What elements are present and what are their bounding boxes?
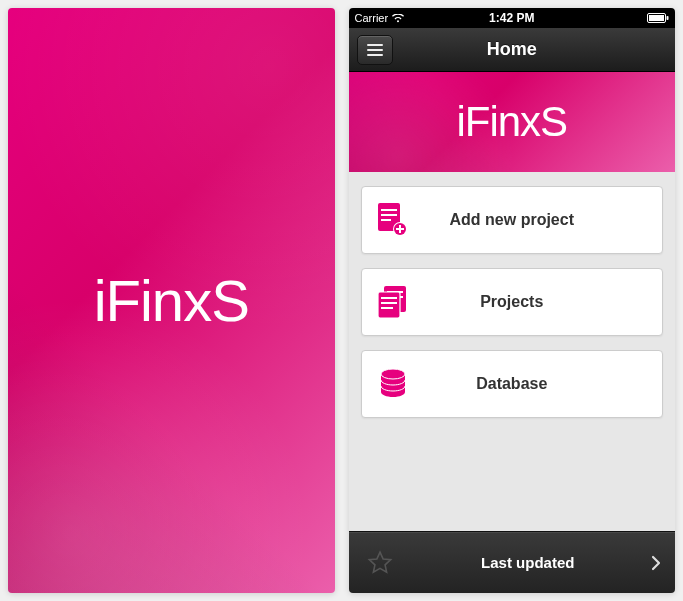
documents-icon — [362, 286, 424, 318]
svg-rect-6 — [381, 219, 391, 221]
menu-list: Add new project Projects — [349, 172, 676, 531]
menu-item-database[interactable]: Database — [361, 350, 664, 418]
star-icon — [349, 550, 411, 576]
menu-item-label: Add new project — [424, 211, 663, 229]
wifi-icon — [392, 14, 404, 23]
nav-bar: Home — [349, 28, 676, 72]
svg-rect-10 — [396, 228, 404, 230]
hamburger-icon — [367, 44, 383, 46]
page-title: Home — [487, 39, 537, 60]
svg-rect-15 — [378, 292, 400, 318]
clock: 1:42 PM — [489, 11, 534, 25]
brand-banner: iFinxS — [349, 72, 676, 172]
svg-rect-18 — [381, 307, 393, 309]
chevron-right-icon — [651, 555, 661, 571]
svg-rect-16 — [381, 297, 397, 299]
menu-button[interactable] — [357, 35, 393, 65]
banner-brand: iFinxS — [456, 98, 567, 146]
svg-rect-2 — [667, 16, 669, 20]
menu-item-label: Database — [424, 375, 663, 393]
svg-rect-1 — [649, 15, 664, 21]
svg-rect-5 — [381, 214, 397, 216]
database-icon — [362, 369, 424, 399]
battery-icon — [647, 13, 669, 23]
carrier-label: Carrier — [355, 12, 389, 24]
svg-rect-4 — [381, 209, 397, 211]
status-bar: Carrier 1:42 PM — [349, 8, 676, 28]
document-plus-icon — [362, 203, 424, 237]
home-screen: Carrier 1:42 PM Home iFinxS — [349, 8, 676, 593]
splash-screen: iFinxS — [8, 8, 335, 593]
menu-item-add-project[interactable]: Add new project — [361, 186, 664, 254]
menu-item-label: Projects — [424, 293, 663, 311]
splash-brand: iFinxS — [94, 267, 249, 334]
footer-last-updated[interactable]: Last updated — [349, 531, 676, 593]
footer-label: Last updated — [411, 554, 676, 571]
svg-rect-17 — [381, 302, 397, 304]
menu-item-projects[interactable]: Projects — [361, 268, 664, 336]
